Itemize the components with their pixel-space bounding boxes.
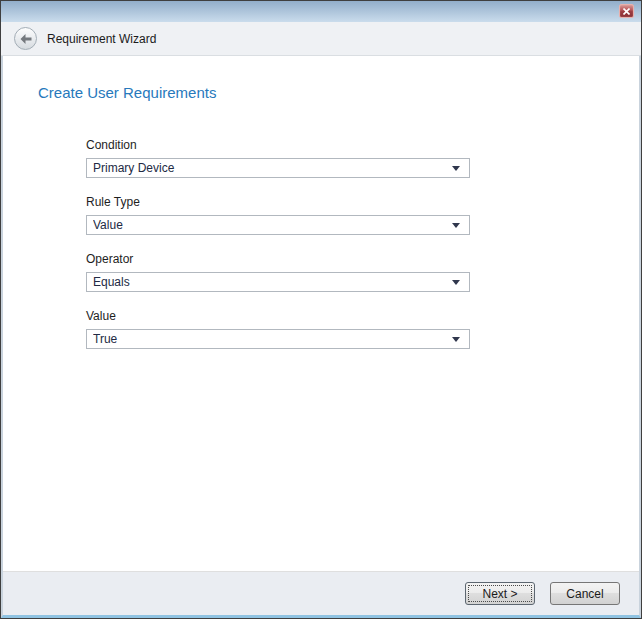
field-operator: Operator Equals <box>86 252 470 292</box>
operator-selected-value: Equals <box>93 275 452 289</box>
condition-selected-value: Primary Device <box>93 161 452 175</box>
rule-type-dropdown[interactable]: Value <box>86 215 470 235</box>
chevron-down-icon <box>452 166 460 171</box>
page-title: Create User Requirements <box>38 84 639 101</box>
chevron-down-icon <box>452 337 460 342</box>
cancel-button[interactable]: Cancel <box>550 582 620 605</box>
value-label: Value <box>86 309 470 323</box>
close-icon <box>623 8 630 15</box>
wizard-window: Requirement Wizard Create User Requireme… <box>0 0 642 619</box>
value-dropdown[interactable]: True <box>86 329 470 349</box>
field-rule-type: Rule Type Value <box>86 195 470 235</box>
next-button[interactable]: Next > <box>465 582 535 605</box>
wizard-header: Requirement Wizard <box>1 22 641 56</box>
wizard-content: Create User Requirements Condition Prima… <box>3 56 639 571</box>
window-body: Create User Requirements Condition Prima… <box>1 56 641 618</box>
wizard-title: Requirement Wizard <box>47 32 156 46</box>
back-arrow-icon <box>20 34 32 44</box>
chevron-down-icon <box>452 223 460 228</box>
operator-dropdown[interactable]: Equals <box>86 272 470 292</box>
chevron-down-icon <box>452 280 460 285</box>
button-bar: Next > Cancel <box>3 571 639 615</box>
rule-type-label: Rule Type <box>86 195 470 209</box>
value-selected-value: True <box>93 332 452 346</box>
close-button[interactable] <box>619 4 634 18</box>
back-button[interactable] <box>14 27 37 50</box>
field-value: Value True <box>86 309 470 349</box>
condition-dropdown[interactable]: Primary Device <box>86 158 470 178</box>
title-bar <box>1 1 641 22</box>
operator-label: Operator <box>86 252 470 266</box>
rule-type-selected-value: Value <box>93 218 452 232</box>
condition-label: Condition <box>86 138 470 152</box>
field-condition: Condition Primary Device <box>86 138 470 178</box>
